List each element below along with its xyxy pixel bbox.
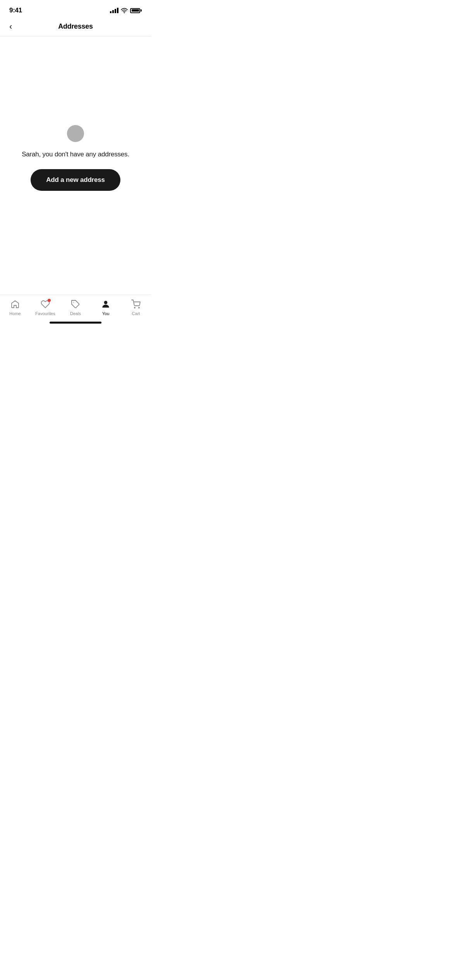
nav-label-deals: Deals [70, 311, 81, 316]
wifi-icon [121, 8, 128, 13]
empty-state-icon [67, 125, 84, 142]
svg-point-3 [139, 307, 139, 308]
nav-label-home: Home [9, 311, 21, 316]
favourites-badge [48, 299, 51, 302]
nav-item-deals[interactable]: Deals [60, 299, 91, 316]
tag-icon [70, 299, 81, 310]
nav-label-you: You [102, 311, 110, 316]
page-title: Addresses [58, 22, 93, 31]
cart-icon [130, 299, 141, 310]
nav-item-favourites[interactable]: Favourites [30, 299, 60, 316]
home-icon [10, 299, 21, 310]
signal-bars-icon [110, 8, 118, 13]
svg-point-1 [104, 301, 108, 304]
status-icons [110, 8, 142, 13]
back-button[interactable]: ‹ [8, 21, 14, 33]
add-address-button[interactable]: Add a new address [31, 169, 120, 191]
heart-icon [40, 299, 51, 310]
back-chevron-icon: ‹ [9, 22, 12, 31]
battery-icon [130, 8, 142, 13]
empty-state-message: Sarah, you don't have any addresses. [22, 151, 129, 158]
home-indicator [50, 322, 101, 324]
nav-item-you[interactable]: You [91, 299, 121, 316]
status-time: 9:41 [9, 7, 22, 14]
user-icon [100, 299, 111, 310]
nav-item-home[interactable]: Home [0, 299, 30, 316]
nav-label-favourites: Favourites [35, 311, 55, 316]
nav-item-cart[interactable]: Cart [121, 299, 151, 316]
main-content: Sarah, you don't have any addresses. Add… [0, 36, 151, 295]
status-bar: 9:41 [0, 0, 151, 19]
svg-point-2 [134, 307, 135, 308]
nav-label-cart: Cart [132, 311, 140, 316]
page-header: ‹ Addresses [0, 19, 151, 36]
